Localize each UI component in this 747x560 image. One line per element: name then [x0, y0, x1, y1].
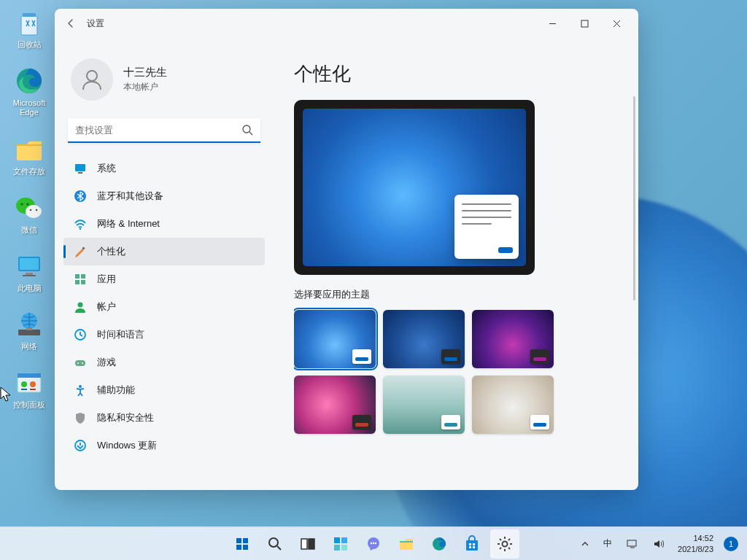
svg-rect-61	[469, 546, 471, 548]
clock-date: 2021/8/23	[678, 544, 713, 555]
svg-rect-49	[341, 537, 347, 543]
nav-item-apps[interactable]: 应用	[63, 265, 265, 293]
theme-flow[interactable]	[294, 376, 376, 434]
tray-ime[interactable]: 中	[596, 529, 619, 559]
search-box	[68, 118, 260, 143]
personalize-icon	[74, 245, 87, 258]
theme-captured-motion[interactable]	[383, 376, 465, 434]
recycle-bin-icon	[14, 7, 44, 38]
main-content: 个性化 选择要应用的主题	[274, 38, 638, 490]
svg-rect-32	[75, 280, 80, 284]
nav-item-bluetooth[interactable]: 蓝牙和其他设备	[63, 182, 265, 210]
nav-item-accessibility[interactable]: 辅助功能	[63, 376, 265, 404]
desktop-icon-label: Microsoft Edge	[4, 98, 54, 117]
nav-item-update[interactable]: Windows 更新	[63, 432, 265, 459]
svg-point-34	[78, 303, 83, 308]
privacy-icon	[74, 411, 87, 424]
svg-rect-21	[30, 389, 36, 390]
close-button[interactable]	[600, 12, 632, 34]
theme-glow[interactable]	[472, 310, 554, 368]
taskbar-right: 中 14:52 2021/8/23 1	[574, 529, 743, 559]
desktop-icon-edge[interactable]: Microsoft Edge	[3, 64, 55, 119]
svg-point-37	[77, 362, 79, 364]
svg-point-24	[243, 125, 250, 133]
taskbar-widgets[interactable]	[326, 529, 355, 559]
minimize-button[interactable]	[536, 12, 568, 34]
avatar-icon	[71, 58, 113, 101]
theme-section-title: 选择要应用的主题	[294, 288, 619, 301]
taskbar-clock[interactable]: 14:52 2021/8/23	[672, 533, 719, 555]
svg-rect-60	[473, 543, 475, 545]
theme-grid	[294, 310, 619, 434]
notification-badge[interactable]: 1	[724, 537, 738, 551]
svg-point-18	[21, 381, 27, 387]
tray-chevron[interactable]	[574, 529, 596, 559]
desktop-preview[interactable]	[294, 100, 535, 275]
nav-item-privacy[interactable]: 隐私和安全性	[63, 404, 265, 432]
nav-item-label: 帐户	[97, 300, 116, 314]
svg-point-5	[20, 203, 23, 205]
theme-chip	[441, 349, 460, 364]
maximize-button[interactable]	[568, 12, 600, 34]
tray-volume-icon[interactable]	[646, 529, 672, 559]
desktop-icon-control-panel[interactable]: 控制面板	[3, 366, 55, 411]
network-icon	[74, 217, 87, 230]
svg-rect-62	[473, 546, 475, 548]
taskbar-task-view[interactable]	[293, 529, 322, 559]
nav-item-personalize[interactable]: 个性化	[63, 238, 265, 265]
desktop-icon-label: 此电脑	[18, 284, 42, 293]
nav-item-label: 隐私和安全性	[97, 411, 154, 424]
theme-chip	[441, 415, 460, 429]
taskbar-file-explorer[interactable]	[392, 529, 421, 559]
svg-rect-36	[75, 360, 85, 366]
taskbar-edge[interactable]	[425, 529, 454, 559]
tray-network-icon[interactable]	[619, 529, 646, 559]
page-heading: 个性化	[294, 61, 630, 87]
desktop-icon-wechat[interactable]: 微信	[3, 191, 55, 236]
theme-dark-bloom[interactable]	[383, 310, 465, 368]
window-title: 设置	[87, 18, 104, 30]
nav-item-label: 时间和语言	[97, 328, 144, 341]
svg-rect-56	[400, 541, 413, 542]
accessibility-icon	[74, 384, 87, 397]
svg-rect-14	[18, 330, 40, 335]
desktop-icon-label: 文件存放	[13, 167, 45, 176]
window-preview	[454, 195, 519, 259]
svg-rect-42	[243, 538, 248, 543]
nav-item-account[interactable]: 帐户	[63, 293, 265, 321]
theme-chip	[352, 415, 371, 429]
nav-item-network[interactable]: 网络 & Internet	[63, 210, 265, 238]
svg-point-55	[375, 542, 376, 543]
nav-item-system[interactable]: 系统	[63, 155, 265, 182]
desktop-icon-network[interactable]: 网络	[3, 308, 55, 353]
svg-rect-59	[469, 543, 471, 545]
back-button[interactable]	[61, 13, 81, 34]
desktop-icon-file-storage[interactable]: 文件存放	[3, 133, 55, 178]
folder-icon	[14, 134, 44, 165]
edge-icon	[14, 66, 44, 96]
search-input[interactable]	[68, 118, 260, 143]
svg-rect-30	[75, 274, 80, 279]
svg-rect-17	[18, 373, 41, 378]
taskbar-store[interactable]	[457, 529, 487, 559]
scrollbar[interactable]	[633, 96, 635, 300]
nav-item-gaming[interactable]: 游戏	[63, 349, 265, 376]
taskbar-start[interactable]	[228, 529, 257, 559]
control-panel-icon	[14, 368, 44, 398]
this-pc-icon	[14, 251, 44, 281]
sidebar: 十三先生 本地帐户 系统蓝牙和其他设备网络 & Internet个性化应用帐户时…	[55, 38, 274, 490]
nav-item-time[interactable]: 时间和语言	[63, 321, 265, 349]
theme-sunrise[interactable]	[472, 376, 554, 434]
nav-item-label: 应用	[97, 273, 116, 286]
desktop-icon-recycle-bin[interactable]: 回收站	[3, 6, 55, 51]
desktop-icon-label: 回收站	[18, 40, 42, 50]
taskbar-chat[interactable]	[359, 529, 388, 559]
svg-point-45	[269, 538, 278, 547]
desktop-icon-this-pc[interactable]: 此电脑	[3, 249, 55, 295]
taskbar-settings[interactable]	[490, 529, 519, 559]
nav-item-label: 游戏	[97, 356, 116, 369]
theme-light-bloom[interactable]	[294, 310, 376, 368]
nav-item-label: 蓝牙和其他设备	[97, 190, 163, 203]
user-panel[interactable]: 十三先生 本地帐户	[63, 38, 265, 115]
taskbar-search[interactable]	[260, 529, 290, 559]
